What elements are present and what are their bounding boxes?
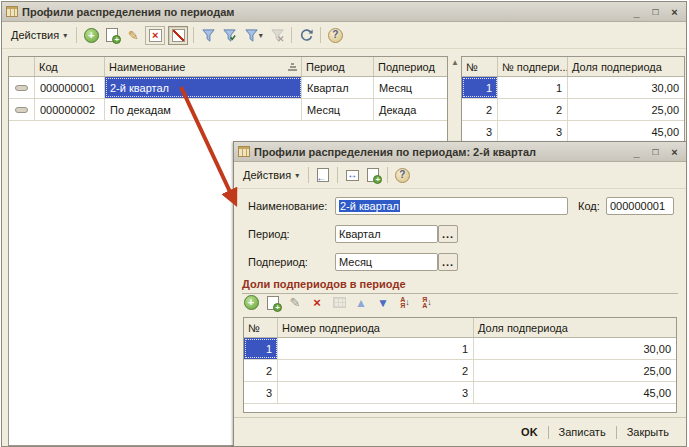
show-marked-toggle[interactable]: [168, 26, 188, 45]
move-down-button[interactable]: ▼: [374, 294, 392, 311]
code-input[interactable]: 000000001: [606, 197, 674, 215]
end-edit-icon: [333, 297, 346, 308]
column-header-num[interactable]: №: [462, 57, 498, 76]
save-sheet-icon: ←: [317, 168, 329, 182]
reread-button[interactable]: ↔: [343, 167, 361, 184]
maximize-icon[interactable]: □: [648, 145, 663, 159]
move-up-button[interactable]: ▲: [352, 294, 370, 311]
edit-button[interactable]: ✎: [124, 27, 142, 44]
table-row[interactable]: 3 3 45,00: [462, 121, 684, 143]
close-icon[interactable]: ×: [667, 5, 682, 19]
catalog-item-icon: [15, 107, 28, 113]
write-button[interactable]: Записать: [552, 424, 613, 440]
sort-desc-button[interactable]: ЯА ↓: [418, 294, 436, 311]
shares-edit-table: № Номер подпериода Доля подпериода 1 1 3…: [243, 317, 677, 413]
copy-icon: +: [267, 296, 279, 310]
filter-history-button[interactable]: ▾: [241, 27, 265, 44]
save-close-button[interactable]: ←: [314, 167, 332, 184]
funnel-off-icon: [270, 28, 285, 43]
column-header-period[interactable]: Период: [302, 57, 374, 76]
sort-ascending-icon: [288, 63, 297, 71]
dialog-toolbar: Действия ▾ ← ↔ + ?: [234, 162, 686, 189]
sort-asc-button[interactable]: АЯ ↓: [396, 294, 414, 311]
period-label: Период:: [248, 228, 290, 240]
column-header-name[interactable]: Наименование: [105, 57, 302, 76]
delete-row-button[interactable]: ×: [308, 294, 326, 311]
column-header-subnum[interactable]: № подпери...: [498, 57, 568, 76]
help-button[interactable]: ?: [326, 27, 344, 44]
help-icon: ?: [395, 168, 410, 183]
column-header-subnum[interactable]: Номер подпериода: [278, 318, 474, 337]
dialog-titlebar[interactable]: Профили распределения по периодам: 2-й к…: [234, 142, 686, 162]
dialog-button-bar: OK Записать Закрыть: [234, 417, 686, 446]
shares-list-header: № № подпери... Доля подпериода: [462, 57, 684, 77]
delete-mark-button[interactable]: ×: [145, 26, 165, 45]
actions-menu-button[interactable]: Действия ▾: [7, 27, 71, 43]
ok-button[interactable]: OK: [514, 424, 545, 440]
copy-icon: +: [106, 28, 118, 42]
pencil-icon: ✎: [290, 296, 301, 309]
copy-icon: +: [367, 168, 379, 182]
shares-edit-header: № Номер подпериода Доля подпериода: [244, 318, 676, 338]
table-row[interactable]: 2 2 25,00: [244, 360, 676, 382]
selected-cell: 1: [244, 338, 278, 359]
subperiod-input[interactable]: Месяц: [335, 253, 438, 271]
add-icon: +: [84, 28, 99, 43]
table-row[interactable]: 2 2 25,00: [462, 99, 684, 121]
add-icon: +: [244, 295, 259, 310]
period-input[interactable]: Квартал: [335, 225, 438, 243]
add-by-copy-button[interactable]: +: [103, 27, 121, 44]
dialog-title: Профили распределения по периодам: 2-й к…: [254, 146, 536, 158]
column-header-code[interactable]: Код: [35, 57, 105, 76]
reread-icon: ↔: [346, 170, 359, 181]
close-icon[interactable]: ×: [667, 145, 682, 159]
period-select-button[interactable]: ...: [438, 225, 458, 243]
filter-sort-button[interactable]: [199, 27, 217, 44]
clear-filter-button[interactable]: [268, 27, 286, 44]
column-header-num[interactable]: №: [244, 318, 278, 337]
subperiod-label: Подпериод:: [248, 256, 308, 268]
help-icon: ?: [328, 28, 343, 43]
dialog-window: Профили распределения по периодам: 2-й к…: [233, 141, 687, 447]
table-row[interactable]: 3 3 45,00: [244, 382, 676, 404]
chevron-down-icon: ▾: [63, 31, 67, 40]
delete-icon: ×: [149, 29, 162, 42]
edit-row-button[interactable]: ✎: [286, 294, 304, 311]
close-button[interactable]: Закрыть: [620, 424, 676, 440]
minimize-icon[interactable]: _: [629, 5, 644, 19]
name-input[interactable]: 2-й квартал: [335, 197, 568, 215]
add-row-button[interactable]: +: [242, 294, 260, 311]
catalog-grid-icon: [6, 6, 18, 17]
table-row[interactable]: 1 1 30,00: [244, 338, 676, 360]
subperiod-select-button[interactable]: ...: [438, 253, 458, 271]
funnel-icon: [244, 28, 259, 43]
table-row[interactable]: 1 1 30,00: [462, 77, 684, 99]
copy-row-button[interactable]: +: [264, 294, 282, 311]
copy-button[interactable]: +: [364, 167, 382, 184]
move-down-icon: ▼: [377, 297, 389, 309]
main-toolbar: Действия ▾ + + ✎ ×: [2, 22, 686, 49]
catalog-item-icon: [15, 85, 28, 91]
add-button[interactable]: +: [82, 27, 100, 44]
delete-icon: ×: [313, 297, 321, 308]
maximize-icon[interactable]: □: [648, 5, 663, 19]
name-label: Наименование:: [248, 200, 327, 212]
actions-menu-button[interactable]: Действия ▾: [239, 167, 303, 183]
scroll-up-icon[interactable]: ▲: [451, 58, 459, 67]
table-row[interactable]: 000000001 2-й квартал Квартал Месяц: [9, 77, 447, 99]
column-header-share[interactable]: Доля подпериода: [568, 57, 684, 76]
column-header-subperiod[interactable]: Подпериод: [374, 57, 447, 76]
icon-column-header[interactable]: [9, 57, 35, 76]
selected-cell: 2-й квартал: [105, 77, 302, 98]
end-edit-button[interactable]: [330, 294, 348, 311]
chevron-down-icon: ▾: [295, 171, 299, 180]
main-titlebar[interactable]: Профили распределения по периодам _ □ ×: [2, 2, 686, 22]
refresh-button[interactable]: [297, 27, 315, 44]
refresh-icon: [299, 28, 314, 43]
section-title: Доли подпериодов в периоде: [242, 278, 678, 294]
column-header-share[interactable]: Доля подпериода: [474, 318, 676, 337]
table-row[interactable]: 000000002 По декадам Месяц Декада: [9, 99, 447, 121]
help-button[interactable]: ?: [393, 167, 411, 184]
filter-by-value-button[interactable]: [220, 27, 238, 44]
minimize-icon[interactable]: _: [629, 145, 644, 159]
